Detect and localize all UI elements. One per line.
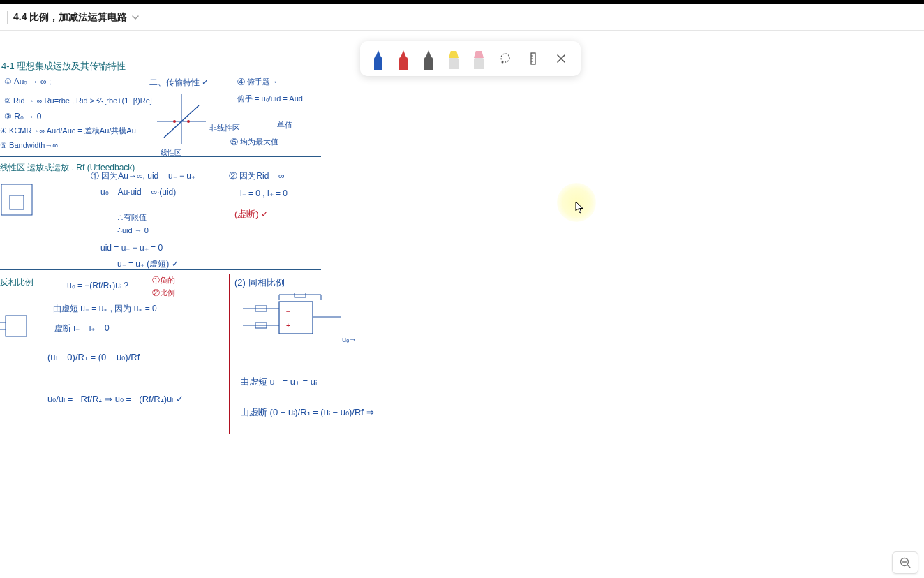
svg-rect-7 [6, 316, 27, 336]
pen-red[interactable] [392, 45, 415, 73]
highlighter-yellow[interactable] [442, 45, 465, 73]
svg-rect-16 [295, 293, 306, 297]
svg-rect-5 [1, 184, 32, 215]
header-divider [7, 11, 8, 24]
pen-black[interactable] [417, 45, 440, 73]
ruler-icon[interactable] [521, 46, 546, 71]
cursor-highlight [557, 183, 596, 222]
zoom-out-button[interactable] [892, 551, 918, 574]
svg-rect-12 [255, 306, 267, 311]
svg-rect-14 [255, 323, 267, 328]
svg-line-2 [164, 105, 199, 138]
svg-rect-10 [279, 302, 313, 334]
header-bar: 4.4 比例，加减法运算电路 [0, 4, 924, 31]
pen-blue[interactable] [367, 45, 389, 73]
lasso-icon[interactable] [493, 46, 518, 71]
svg-text:−: − [286, 308, 290, 316]
cursor-icon [575, 201, 585, 216]
svg-point-3 [173, 120, 176, 123]
pen-toolbar [360, 41, 581, 76]
svg-rect-6 [10, 195, 24, 209]
svg-text:+: + [286, 322, 290, 329]
svg-point-4 [187, 120, 190, 123]
chevron-down-icon[interactable] [131, 13, 140, 22]
svg-point-20 [502, 61, 504, 64]
svg-point-19 [501, 54, 509, 62]
svg-line-29 [907, 565, 910, 568]
whiteboard-canvas[interactable]: 4-1 理想集成运放及其传输特性 ① Au₀ → ∞ ; ② Rid → ∞ R… [0, 31, 924, 578]
highlighter-pink[interactable] [468, 45, 490, 73]
handwritten-notes: 4-1 理想集成运放及其传输特性 ① Au₀ → ∞ ; ② Rid → ∞ R… [0, 31, 328, 443]
close-icon[interactable] [549, 46, 574, 71]
page-title: 4.4 比例，加减法运算电路 [13, 11, 127, 24]
